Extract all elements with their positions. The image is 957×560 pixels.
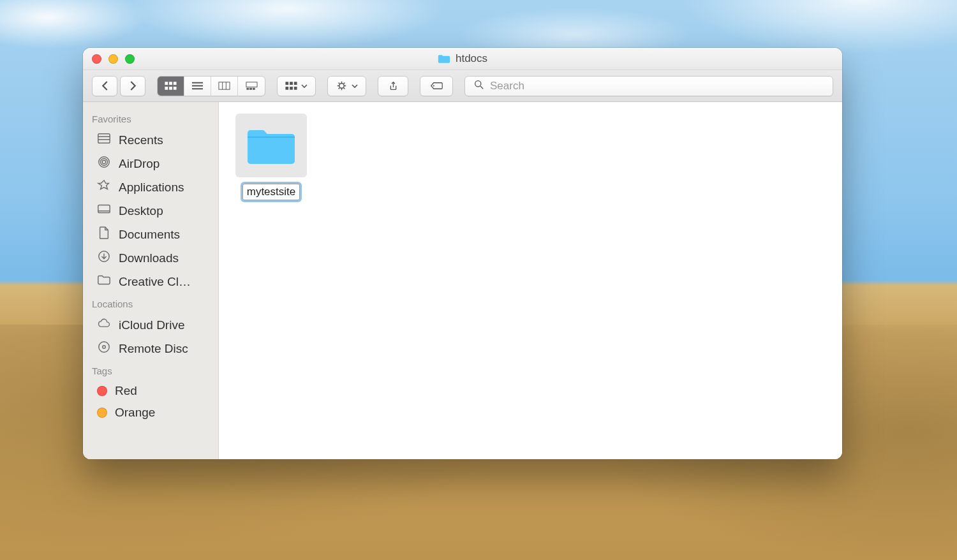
svg-rect-0 (165, 82, 168, 85)
downloads-icon (97, 250, 111, 266)
svg-rect-15 (253, 88, 255, 89)
sidebar-tag-orange[interactable]: Orange (83, 402, 218, 424)
svg-line-28 (344, 88, 345, 89)
svg-point-43 (99, 342, 109, 352)
sidebar-item-label: Creative Cl… (119, 275, 191, 289)
sidebar-item-applications[interactable]: Applications (83, 175, 218, 199)
svg-point-37 (102, 160, 105, 163)
svg-point-31 (433, 85, 434, 86)
sidebar-item-label: Downloads (119, 251, 179, 265)
svg-rect-9 (219, 82, 230, 89)
sidebar-item-label: AirDrop (119, 157, 160, 171)
folder-icon (97, 274, 111, 290)
svg-rect-20 (290, 87, 293, 89)
titlebar[interactable]: htdocs (83, 48, 842, 70)
svg-point-38 (101, 159, 108, 166)
toolbar (83, 70, 842, 102)
svg-line-30 (344, 83, 345, 84)
back-button[interactable] (92, 76, 117, 96)
svg-point-32 (475, 81, 481, 87)
tag-dot-icon (97, 408, 107, 418)
svg-line-29 (339, 88, 340, 89)
sidebar-item-creative-cloud[interactable]: Creative Cl… (83, 270, 218, 293)
window-zoom-button[interactable] (125, 54, 135, 64)
svg-rect-4 (170, 87, 172, 89)
svg-rect-2 (174, 82, 176, 85)
svg-rect-18 (294, 82, 297, 85)
group-by-button[interactable] (277, 76, 316, 96)
sidebar-item-label: Remote Disc (119, 342, 188, 356)
folder-icon (235, 114, 307, 177)
svg-rect-17 (290, 82, 293, 85)
window-close-button[interactable] (92, 54, 101, 64)
svg-rect-16 (286, 82, 288, 85)
sidebar-tag-red[interactable]: Red (83, 380, 218, 402)
disc-icon (97, 341, 111, 357)
sidebar-item-label: Orange (115, 406, 155, 420)
svg-rect-5 (174, 87, 176, 89)
search-field-wrap (464, 76, 833, 96)
sidebar-item-label: Applications (119, 181, 184, 195)
sidebar: Favorites Recents AirDrop Applications (83, 102, 219, 459)
sidebar-item-label: Desktop (119, 204, 163, 218)
view-list-button[interactable] (184, 77, 211, 96)
svg-point-22 (339, 84, 345, 89)
sidebar-item-label: Recents (119, 133, 163, 147)
svg-line-33 (480, 86, 483, 89)
sidebar-item-documents[interactable]: Documents (83, 223, 218, 246)
edit-tags-button[interactable] (420, 76, 453, 96)
desktop-icon (97, 203, 111, 219)
view-mode-segment (157, 76, 265, 96)
svg-line-27 (339, 83, 340, 84)
sidebar-item-label: Documents (119, 228, 180, 242)
svg-rect-12 (246, 82, 256, 87)
airdrop-icon (97, 156, 111, 172)
svg-rect-34 (98, 134, 110, 144)
view-gallery-button[interactable] (238, 77, 265, 96)
svg-rect-1 (170, 82, 172, 85)
sidebar-heading-locations: Locations (83, 293, 218, 313)
finder-window: htdocs (83, 48, 842, 459)
sidebar-item-icloud-drive[interactable]: iCloud Drive (83, 313, 218, 337)
cloud-icon (97, 317, 111, 333)
folder-icon (438, 54, 450, 64)
svg-rect-19 (286, 87, 288, 89)
svg-rect-14 (249, 88, 251, 89)
sidebar-item-recents[interactable]: Recents (83, 128, 218, 152)
svg-rect-3 (165, 87, 168, 89)
window-title: htdocs (456, 52, 487, 65)
share-button[interactable] (378, 76, 408, 96)
svg-rect-13 (246, 88, 248, 89)
search-icon (473, 79, 485, 92)
content-area[interactable]: mytestsite (219, 102, 842, 459)
svg-rect-21 (294, 87, 297, 89)
svg-rect-40 (98, 205, 110, 213)
file-name-edit[interactable]: mytestsite (242, 184, 300, 200)
sidebar-item-remote-disc[interactable]: Remote Disc (83, 337, 218, 360)
sidebar-item-desktop[interactable]: Desktop (83, 199, 218, 223)
sidebar-item-airdrop[interactable]: AirDrop (83, 152, 218, 175)
window-minimize-button[interactable] (108, 54, 118, 64)
sidebar-heading-tags: Tags (83, 360, 218, 380)
search-input[interactable] (490, 80, 825, 92)
forward-button[interactable] (120, 76, 145, 96)
documents-icon (97, 226, 111, 242)
applications-icon (97, 179, 111, 195)
sidebar-item-downloads[interactable]: Downloads (83, 246, 218, 270)
recents-icon (97, 132, 111, 148)
sidebar-item-label: Red (115, 384, 137, 398)
file-item[interactable]: mytestsite (234, 114, 308, 200)
action-menu-button[interactable] (327, 76, 366, 96)
view-icons-button[interactable] (158, 77, 184, 96)
sidebar-item-label: iCloud Drive (119, 318, 184, 332)
view-columns-button[interactable] (211, 77, 238, 96)
sidebar-heading-favorites: Favorites (83, 108, 218, 128)
tag-dot-icon (97, 386, 107, 396)
svg-point-44 (103, 346, 106, 349)
